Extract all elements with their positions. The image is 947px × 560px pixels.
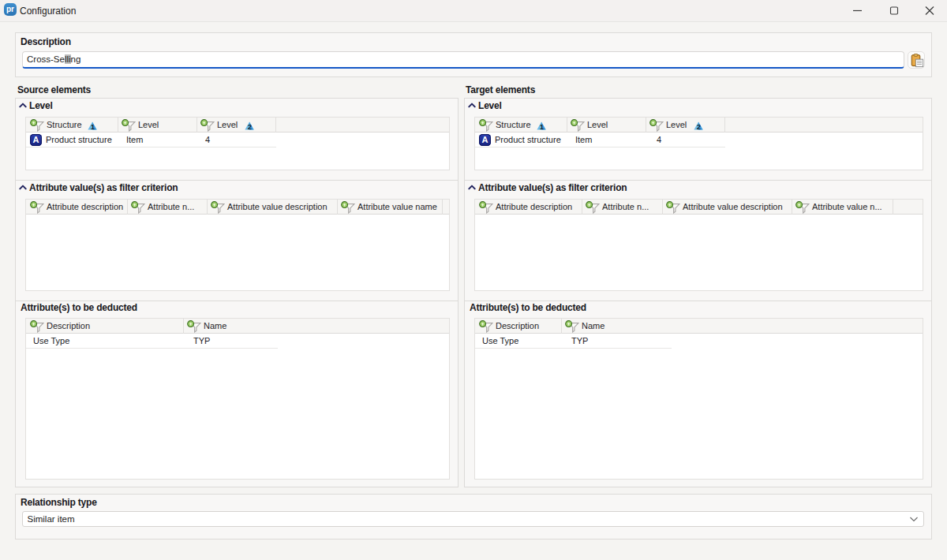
svg-text:1: 1 [540, 122, 545, 130]
svg-text:2: 2 [248, 122, 252, 130]
svg-text:2: 2 [697, 122, 701, 130]
svg-text:1: 1 [91, 122, 95, 130]
